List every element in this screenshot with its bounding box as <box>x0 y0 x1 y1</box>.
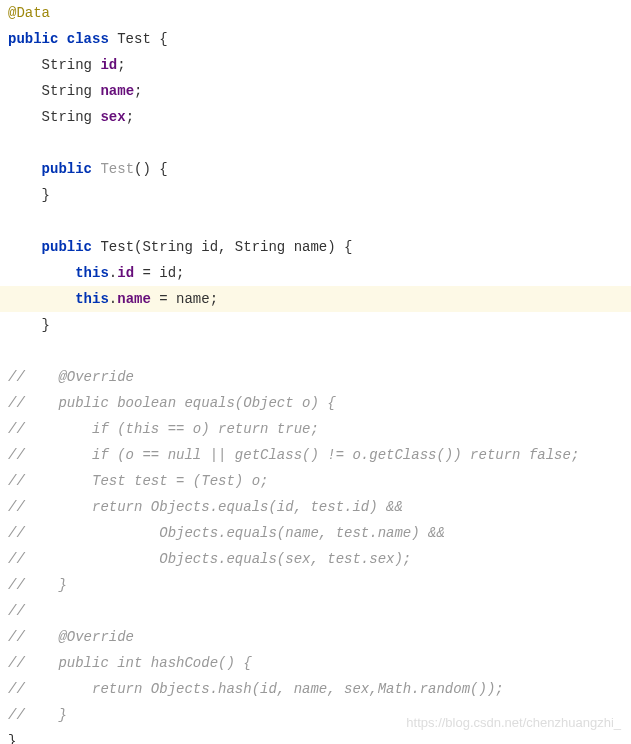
keyword-token: public class <box>8 31 117 47</box>
code-line: // public int hashCode() { <box>0 650 631 676</box>
keyword-token: this <box>8 291 109 307</box>
text-token: ; <box>126 109 134 125</box>
text-token: Test { <box>117 31 167 47</box>
code-line: String id; <box>0 52 631 78</box>
code-line: // return Objects.hash(id, name, sex,Mat… <box>0 676 631 702</box>
comment-token: // @Override <box>8 629 134 645</box>
keyword-token: public <box>8 239 100 255</box>
text-token: (String id, String name) { <box>134 239 352 255</box>
field-token: id <box>100 57 117 73</box>
text-token: } <box>8 187 50 203</box>
comment-token: // Test test = (Test) o; <box>8 473 268 489</box>
code-line-highlighted: this.name = name; <box>0 286 631 312</box>
code-line: String sex; <box>0 104 631 130</box>
code-line: // @Override <box>0 364 631 390</box>
code-line: // if (o == null || getClass() != o.getC… <box>0 442 631 468</box>
comment-token: // return Objects.hash(id, name, sex,Mat… <box>8 681 504 697</box>
code-editor: @Data public class Test { String id; Str… <box>0 0 631 744</box>
code-line: // } <box>0 572 631 598</box>
field-token: sex <box>100 109 125 125</box>
comment-token: // Objects.equals(name, test.name) && <box>8 525 445 541</box>
comment-token: // if (o == null || getClass() != o.getC… <box>8 447 579 463</box>
code-line: public Test(String id, String name) { <box>0 234 631 260</box>
field-token: id <box>117 265 142 281</box>
keyword-token: public <box>8 161 100 177</box>
field-token: name <box>100 83 134 99</box>
code-line: // Objects.equals(sex, test.sex); <box>0 546 631 572</box>
text-token: = id; <box>142 265 184 281</box>
comment-token: // if (this == o) return true; <box>8 421 319 437</box>
code-line: // public boolean equals(Object o) { <box>0 390 631 416</box>
text-token: . <box>109 265 117 281</box>
code-line: String name; <box>0 78 631 104</box>
text-token: ; <box>117 57 125 73</box>
code-line: } <box>0 312 631 338</box>
comment-token: // @Override <box>8 369 134 385</box>
text-token: = name; <box>159 291 218 307</box>
text-token: () { <box>134 161 168 177</box>
field-token: name <box>117 291 159 307</box>
code-line <box>0 208 631 234</box>
code-line: // Objects.equals(name, test.name) && <box>0 520 631 546</box>
comment-token: // } <box>8 707 67 723</box>
comment-token: // public int hashCode() { <box>8 655 252 671</box>
code-line <box>0 130 631 156</box>
code-line: // <box>0 598 631 624</box>
code-line: public class Test { <box>0 26 631 52</box>
comment-token: // public boolean equals(Object o) { <box>8 395 336 411</box>
code-line: this.id = id; <box>0 260 631 286</box>
method-token: Test <box>100 161 134 177</box>
code-line <box>0 338 631 364</box>
text-token: } <box>8 733 16 744</box>
comment-token: // } <box>8 577 67 593</box>
code-line: public Test() { <box>0 156 631 182</box>
keyword-token: this <box>8 265 109 281</box>
code-line: // return Objects.equals(id, test.id) && <box>0 494 631 520</box>
code-line: // if (this == o) return true; <box>0 416 631 442</box>
code-line: @Data <box>0 0 631 26</box>
text-token: . <box>109 291 117 307</box>
text-token: ; <box>134 83 142 99</box>
text-token: String <box>8 83 100 99</box>
code-line: // Test test = (Test) o; <box>0 468 631 494</box>
code-line: } <box>0 182 631 208</box>
code-line: // @Override <box>0 624 631 650</box>
comment-token: // return Objects.equals(id, test.id) && <box>8 499 403 515</box>
text-token: } <box>8 317 50 333</box>
text-token: String <box>8 57 100 73</box>
method-token: Test <box>100 239 134 255</box>
comment-token: // <box>8 603 25 619</box>
comment-token: // Objects.equals(sex, test.sex); <box>8 551 411 567</box>
watermark-text: https://blog.csdn.net/chenzhuangzhi_ <box>406 710 621 736</box>
text-token: String <box>8 109 100 125</box>
annotation-token: @Data <box>8 5 50 21</box>
